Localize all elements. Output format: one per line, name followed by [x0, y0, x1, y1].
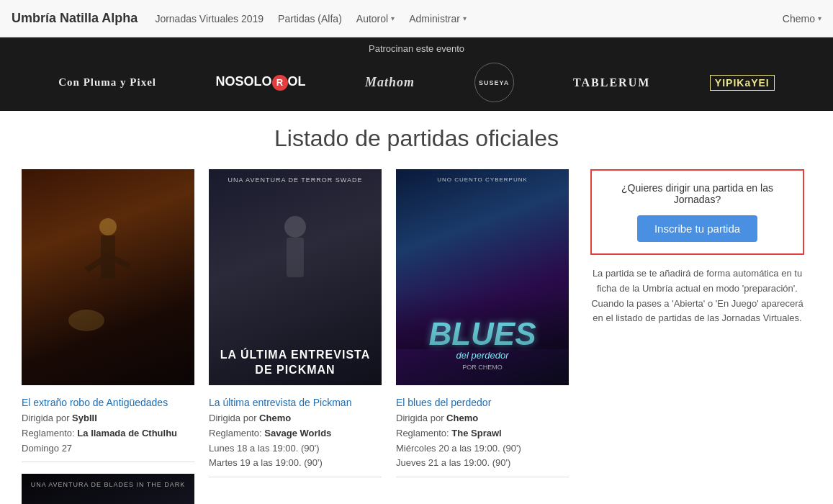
navbar-user-menu[interactable]: Chemo ▾	[783, 13, 821, 24]
card-blues: Uno cuento Cyberpunk BLUES del perdedor …	[396, 169, 569, 480]
inscribe-button[interactable]: Inscribe tu partida	[637, 215, 757, 242]
sponsor-suseya-text: SUSEYA	[479, 79, 509, 86]
inscribe-box: ¿Quieres dirigir una partida en las Jorn…	[590, 169, 804, 255]
card-pickman-info: La última entrevista de Pickman Dirigida…	[209, 394, 382, 480]
director-label-0: Dirigida por	[22, 413, 69, 423]
schedule-1-0: Lunes 18 a las 19:00. (90')	[209, 443, 320, 454]
card-blades-subtitle: Una aventura de Blades in the Dark	[31, 481, 186, 488]
card-blues-info: El blues del perdedor Dirigida por Chemo…	[396, 394, 569, 480]
rol-circle: R	[272, 75, 288, 91]
inscribe-description: La partida se te añadirá de forma automá…	[590, 266, 804, 326]
navbar-dropdown-administrar[interactable]: Administrar ▾	[409, 13, 467, 24]
card-pickman-subtitle: Una aventura de terror Swade	[228, 176, 363, 184]
sponsor-nosolorol: NOSOLOROL	[216, 74, 306, 91]
reglamento-value-1: Savage Worlds	[264, 428, 331, 438]
right-panel: ¿Quieres dirigir una partida en las Jorn…	[583, 169, 811, 326]
navbar-link-jornadas[interactable]: Jornadas Virtuales 2019	[155, 13, 264, 24]
navbar-brand[interactable]: Umbría Natilla Alpha	[12, 11, 138, 26]
reglamento-label-2: Reglamento:	[396, 428, 449, 438]
card-pickman: Una aventura de terror Swade LA ÚLTIMA E…	[209, 169, 382, 480]
sponsor-pluma: Con Pluma y Pixel	[58, 76, 156, 89]
sponsor-tablerum-text: TABLERUM	[573, 76, 650, 89]
card-divider-0	[22, 462, 194, 462]
reglamento-label-0: Reglamento:	[22, 428, 75, 438]
card-pickman-image: Una aventura de terror Swade LA ÚLTIMA E…	[209, 169, 382, 385]
director-label-1: Dirigida por	[209, 413, 256, 423]
sponsors-logos: Con Pluma y Pixel NOSOLOROL Mathom SUSEY…	[0, 60, 833, 105]
sponsor-yipikayei-text: YIPIKaYEI	[715, 77, 770, 89]
sponsor-yipikayei: YIPIKaYEI	[710, 75, 775, 91]
reglamento-value-2: The Sprawl	[451, 428, 501, 438]
director-label-2: Dirigida por	[396, 413, 443, 423]
sponsor-tablerum: TABLERUM	[573, 76, 650, 89]
schedule-0: Domingo 27	[22, 443, 72, 454]
sponsor-mathom-text: Mathom	[365, 75, 415, 89]
card-blues-title[interactable]: El blues del perdedor	[396, 397, 569, 408]
navbar-dropdown-autorol-label: Autorol	[356, 13, 388, 24]
sponsor-suseya: SUSEYA	[474, 63, 514, 102]
card-antiguedades-info: El extraño robo de Antigüedades Dirigida…	[22, 394, 194, 465]
reglamento-value-0: La llamada de Cthulhu	[77, 428, 177, 438]
navbar: Umbría Natilla Alpha Jornadas Virtuales …	[0, 0, 833, 37]
navbar-dropdown-autorol[interactable]: Autorol ▾	[356, 13, 395, 24]
card-pickman-image-title: LA ÚLTIMA ENTREVISTADE PICKMAN	[220, 348, 370, 378]
card-pickman-meta: Dirigida por Chemo Reglamento: Savage Wo…	[209, 411, 382, 471]
chevron-down-icon-3: ▾	[818, 14, 821, 22]
navbar-username: Chemo	[783, 13, 815, 24]
schedule-2-1: Jueves 21 a las 19:00. (90')	[396, 457, 510, 468]
svg-point-0	[99, 218, 117, 235]
sponsors-banner: Patrocinan este evento Con Pluma y Pixel…	[0, 37, 833, 111]
card-blades-image: Una aventura de Blades in the Dark	[22, 474, 194, 504]
card-blues-image-subtitle2: del perdedor	[428, 350, 536, 361]
sponsor-pluma-text: Con Pluma y Pixel	[58, 76, 156, 88]
sponsors-title: Patrocinan este evento	[0, 43, 833, 54]
main-content: Listado de partidas oficiales	[0, 111, 833, 504]
navbar-links: Jornadas Virtuales 2019 Partidas (Alfa) …	[155, 13, 782, 24]
sponsor-mathom: Mathom	[365, 75, 415, 90]
director-value-2: Chemo	[446, 413, 478, 423]
svg-rect-6	[287, 238, 304, 277]
navbar-link-partidas[interactable]: Partidas (Alfa)	[278, 13, 342, 24]
schedule-2-0: Miércoles 20 a las 19:00. (90')	[396, 443, 521, 454]
card-antiguedades-meta: Dirigida por SybIII Reglamento: La llama…	[22, 411, 194, 456]
director-value-1: Chemo	[259, 413, 291, 423]
navbar-dropdown-administrar-label: Administrar	[409, 13, 460, 24]
schedule-1-1: Martes 19 a las 19:00. (90')	[209, 457, 323, 468]
card-pickman-title[interactable]: La última entrevista de Pickman	[209, 397, 382, 408]
card-blues-meta: Dirigida por Chemo Reglamento: The Spraw…	[396, 411, 569, 471]
chevron-down-icon-2: ▾	[463, 14, 467, 22]
chevron-down-icon: ▾	[391, 14, 395, 22]
cards-grid: El extraño robo de Antigüedades Dirigida…	[22, 169, 811, 504]
card-antiguedades-title[interactable]: El extraño robo de Antigüedades	[22, 397, 194, 408]
inscribe-question: ¿Quieres dirigir una partida en las Jorn…	[603, 182, 791, 205]
card-divider-2	[396, 477, 569, 477]
card-antiguedades: El extraño robo de Antigüedades Dirigida…	[22, 169, 194, 504]
card-antiguedades-image	[22, 169, 194, 385]
card-blues-image: Uno cuento Cyberpunk BLUES del perdedor …	[396, 169, 569, 385]
card-blues-author: POR CHEMO	[428, 364, 536, 371]
svg-point-5	[284, 216, 306, 238]
card-blues-subtitle: Uno cuento Cyberpunk	[437, 176, 528, 183]
card-divider-1	[209, 477, 382, 477]
page-title: Listado de partidas oficiales	[22, 125, 811, 152]
reglamento-label-1: Reglamento:	[209, 428, 262, 438]
svg-point-4	[68, 310, 104, 331]
director-value-0: SybIII	[72, 413, 97, 423]
